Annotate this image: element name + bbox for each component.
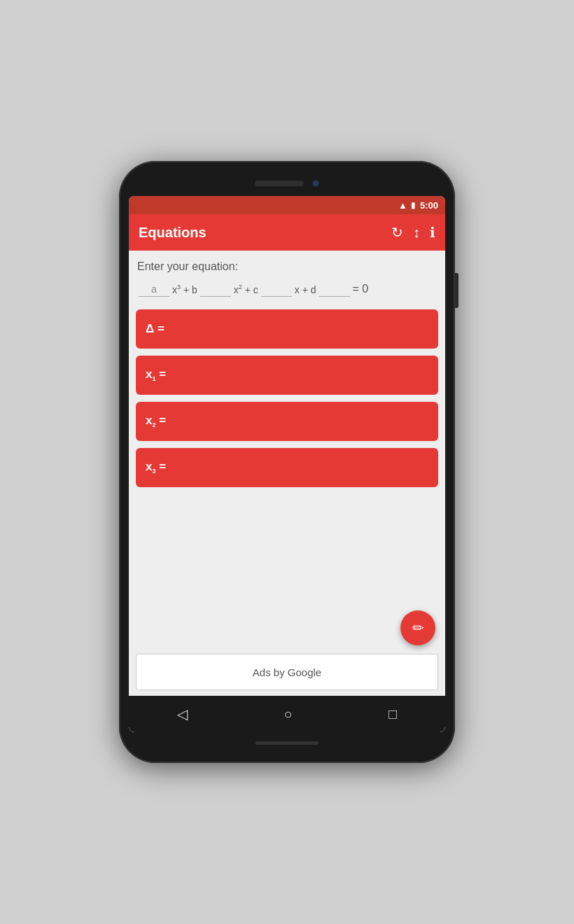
coeff-a: a [139, 284, 169, 298]
result-x1-label: x1 = [146, 368, 166, 382]
info-icon[interactable]: ℹ [430, 224, 435, 241]
phone-top-bar [129, 174, 445, 193]
phone-device: ▲ ▮ 5:00 Equations ↻ ↕ ℹ Enter your equa… [119, 161, 455, 763]
equation-prompt: Enter your equation: [136, 260, 438, 273]
result-x2-label: x2 = [146, 414, 166, 428]
result-x3-card: x3 = [136, 448, 438, 487]
app-content: Enter your equation: a x3 + b x2 + c x +… [129, 251, 445, 696]
coeff-c-line[interactable] [261, 296, 292, 298]
fab-edit-button[interactable]: ✏ [400, 610, 435, 645]
result-x2-card: x2 = [136, 402, 438, 441]
eq-rhs: = 0 [353, 283, 369, 297]
nav-recents-button[interactable]: □ [377, 704, 408, 725]
toolbar-actions: ↻ ↕ ℹ [391, 224, 435, 241]
result-delta-label: Δ = [146, 322, 164, 336]
app-title: Equations [139, 225, 391, 241]
edit-icon: ✏ [412, 620, 424, 636]
side-button [455, 273, 458, 308]
sort-icon[interactable]: ↕ [413, 225, 420, 241]
result-delta-card: Δ = [136, 309, 438, 349]
phone-camera [312, 180, 319, 187]
coeff-a-label: a [151, 284, 157, 295]
result-x3-label: x3 = [146, 460, 166, 475]
phone-screen: ▲ ▮ 5:00 Equations ↻ ↕ ℹ Enter your equa… [129, 196, 445, 732]
home-indicator [255, 741, 318, 745]
coeff-b [200, 295, 231, 298]
term-x: x + d [295, 284, 316, 297]
battery-icon: ▮ [411, 200, 416, 210]
ads-label: Ads by Google [253, 666, 321, 678]
term-x2: x2 + c [234, 284, 258, 297]
coeff-d-line[interactable] [319, 296, 350, 298]
status-time: 5:00 [420, 200, 438, 211]
coeff-a-line[interactable] [139, 296, 169, 298]
result-x1-card: x1 = [136, 356, 438, 395]
nav-home-button[interactable]: ○ [272, 704, 303, 725]
coeff-b-line[interactable] [200, 296, 231, 298]
ads-banner[interactable]: Ads by Google [136, 654, 438, 690]
equation-inputs: a x3 + b x2 + c x + d = 0 [136, 283, 438, 297]
wifi-icon: ▲ [398, 200, 407, 211]
term-x3: x3 + b [172, 284, 197, 297]
phone-bottom-bar [129, 735, 445, 750]
status-icons: ▲ ▮ [398, 200, 416, 211]
refresh-icon[interactable]: ↻ [391, 224, 403, 241]
phone-nav-bar: ◁ ○ □ [129, 696, 445, 732]
coeff-c [261, 295, 292, 298]
coeff-d [319, 295, 350, 298]
phone-speaker [255, 181, 304, 186]
status-bar: ▲ ▮ 5:00 [129, 196, 445, 214]
nav-back-button[interactable]: ◁ [166, 703, 199, 725]
app-toolbar: Equations ↻ ↕ ℹ [129, 214, 445, 251]
